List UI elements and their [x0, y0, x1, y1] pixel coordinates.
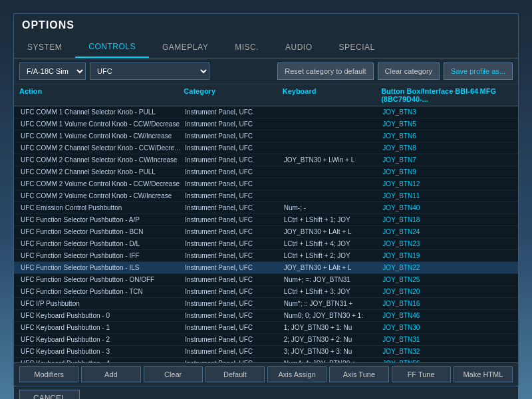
- table-cell: JOY_BTN30 + LWin + L: [283, 156, 381, 164]
- table-cell: JOY_BTN30: [381, 323, 479, 332]
- table-cell: Instrument Panel, UFC: [184, 192, 282, 200]
- table-row[interactable]: UFC Function Selector Pushbutton - ON/OF…: [14, 274, 518, 286]
- table-cell: LCtrl + LShift + 2; JOY: [283, 251, 381, 260]
- reset-category-button[interactable]: Reset category to default: [277, 63, 373, 80]
- table-cell: 1; JOY_BTN30 + 1: Nu: [283, 323, 381, 332]
- tab-system[interactable]: SYSTEM: [14, 37, 75, 58]
- table-cell: JOY_BTN56: [381, 359, 479, 362]
- table-cell: Num-; -: [283, 203, 381, 212]
- table-cell: [480, 144, 513, 152]
- table-row[interactable]: UFC Keyboard Pushbutton - 0Instrument Pa…: [14, 310, 518, 322]
- bottom-btn-clear[interactable]: Clear: [144, 366, 203, 382]
- table-cell: Instrument Panel, UFC: [184, 203, 282, 212]
- table-cell: JOY_BTN31: [381, 335, 479, 344]
- table-cell: JOY_BTN6: [381, 132, 479, 140]
- table-cell: UFC Keyboard Pushbutton - 2: [19, 335, 184, 344]
- table-cell: JOY_BTN20: [381, 287, 479, 296]
- table-cell: UFC Keyboard Pushbutton - 4: [19, 359, 184, 362]
- table-cell: UFC Function Selector Pushbutton - TCN: [19, 287, 184, 296]
- column-header: Action: [19, 87, 184, 103]
- table-cell: Num0; 0; JOY_BTN30 + 1:: [283, 311, 381, 320]
- category-select[interactable]: UFC: [90, 63, 209, 80]
- bottom-btn-ff-tune[interactable]: FF Tune: [392, 366, 451, 382]
- tab-audio[interactable]: AUDIO: [272, 37, 326, 58]
- table-cell: [283, 168, 381, 176]
- tab-controls[interactable]: CONTROLS: [75, 37, 149, 58]
- table-body[interactable]: UFC COMM 1 Channel Selector Knob - PULLI…: [14, 106, 518, 362]
- table-cell: JOY_BTN32: [381, 347, 479, 356]
- table-cell: Instrument Panel, UFC: [184, 299, 282, 308]
- table-cell: Instrument Panel, UFC: [184, 347, 282, 356]
- table-cell: [283, 144, 381, 152]
- table-row[interactable]: UFC Function Selector Pushbutton - D/LIn…: [14, 238, 518, 250]
- table-cell: Instrument Panel, UFC: [184, 120, 282, 128]
- table-cell: [283, 108, 381, 116]
- table-cell: Instrument Panel, UFC: [184, 251, 282, 260]
- tab-misc-[interactable]: MISC.: [221, 37, 272, 58]
- table-cell: [480, 311, 513, 320]
- table-cell: [480, 239, 513, 248]
- table-cell: UFC COMM 1 Channel Selector Knob - PULL: [19, 108, 184, 116]
- table-cell: JOY_BTN9: [381, 168, 479, 176]
- table-cell: [283, 192, 381, 200]
- table-cell: Instrument Panel, UFC: [184, 275, 282, 284]
- bottom-btn-make-html[interactable]: Make HTML: [454, 366, 513, 382]
- table-row[interactable]: UFC COMM 2 Channel Selector Knob - PULLI…: [14, 166, 518, 178]
- table-cell: JOY_BTN25: [381, 275, 479, 284]
- table-cell: [480, 132, 513, 140]
- table-cell: JOY_BTN12: [381, 180, 479, 188]
- table-row[interactable]: UFC Function Selector Pushbutton - ILSIn…: [14, 262, 518, 274]
- table-cell: [480, 192, 513, 200]
- bottom-btn-default[interactable]: Default: [205, 366, 265, 382]
- table-row[interactable]: UFC Keyboard Pushbutton - 2Instrument Pa…: [14, 334, 518, 346]
- table-row[interactable]: UFC COMM 2 Volume Control Knob - CW/Incr…: [14, 190, 518, 202]
- column-header: Keyboard: [283, 87, 381, 103]
- table-cell: UFC Function Selector Pushbutton - D/L: [19, 239, 184, 248]
- sim-select[interactable]: F/A-18C Sim: [19, 63, 86, 80]
- table-cell: UFC Function Selector Pushbutton - ILS: [19, 263, 184, 272]
- clear-category-button[interactable]: Clear category: [378, 63, 440, 80]
- table-cell: Num+; =: JOY_BTN31: [283, 275, 381, 284]
- bottom-btn-axis-tune[interactable]: Axis Tune: [329, 366, 388, 382]
- table-header: ActionCategoryKeyboardButton Box/Interfa…: [14, 84, 518, 106]
- table-cell: [283, 120, 381, 128]
- tab-special[interactable]: SPECIAL: [326, 37, 388, 58]
- table-row[interactable]: UFC COMM 2 Channel Selector Knob - CCW/D…: [14, 142, 518, 154]
- table-row[interactable]: UFC Function Selector Pushbutton - A/PIn…: [14, 214, 518, 226]
- table-cell: JOY_BTN40: [381, 203, 479, 212]
- table-row[interactable]: UFC COMM 2 Channel Selector Knob - CW/In…: [14, 154, 518, 166]
- table-cell: [480, 156, 513, 164]
- table-cell: [480, 347, 513, 356]
- table-cell: Num*; :: JOY_BTN31 +: [283, 299, 381, 308]
- table-row[interactable]: UFC Function Selector Pushbutton - IFFIn…: [14, 250, 518, 262]
- table-row[interactable]: UFC Keyboard Pushbutton - 3Instrument Pa…: [14, 346, 518, 358]
- table-row[interactable]: UFC Emission Control PushbuttonInstrumen…: [14, 202, 518, 214]
- toolbar: F/A-18C Sim UFC Reset category to defaul…: [14, 59, 518, 84]
- table-cell: [480, 108, 513, 116]
- tabs-bar: SYSTEMCONTROLSGAMEPLAYMISC.AUDIOSPECIAL: [14, 37, 518, 59]
- bottom-btn-modifiers[interactable]: Modifiers: [19, 366, 78, 382]
- tab-gameplay[interactable]: GAMEPLAY: [149, 37, 221, 58]
- save-profile-button[interactable]: Save profile as...: [444, 63, 513, 80]
- table-row[interactable]: UFC COMM 2 Volume Control Knob - CCW/Dec…: [14, 178, 518, 190]
- table-row[interactable]: UFC COMM 1 Volume Control Knob - CW/Incr…: [14, 130, 518, 142]
- table-cell: LCtrl + LShift + 3; JOY: [283, 287, 381, 296]
- bottom-btn-add[interactable]: Add: [81, 366, 140, 382]
- table-row[interactable]: UFC I/P PushbuttonInstrument Panel, UFCN…: [14, 298, 518, 310]
- bottom-btn-axis-assign[interactable]: Axis Assign: [267, 366, 327, 382]
- table-row[interactable]: UFC COMM 1 Channel Selector Knob - PULLI…: [14, 106, 518, 118]
- table-row[interactable]: UFC Function Selector Pushbutton - BCNIn…: [14, 226, 518, 238]
- table-row[interactable]: UFC Keyboard Pushbutton - 4Instrument Pa…: [14, 358, 518, 362]
- table-cell: UFC Keyboard Pushbutton - 3: [19, 347, 184, 356]
- table-cell: LCtrl + LShift + 4; JOY: [283, 239, 381, 248]
- bottom-toolbar: ModifiersAddClearDefaultAxis AssignAxis …: [14, 362, 518, 386]
- table-cell: Instrument Panel, UFC: [184, 359, 282, 362]
- table-cell: [283, 180, 381, 188]
- table-row[interactable]: UFC COMM 1 Volume Control Knob - CCW/Dec…: [14, 118, 518, 130]
- table-row[interactable]: UFC Keyboard Pushbutton - 1Instrument Pa…: [14, 322, 518, 334]
- cancel-button[interactable]: CANCEL: [19, 390, 80, 399]
- table-cell: [480, 323, 513, 332]
- table-row[interactable]: UFC Function Selector Pushbutton - TCNIn…: [14, 286, 518, 298]
- table-cell: UFC Keyboard Pushbutton - 1: [19, 323, 184, 332]
- table-cell: [480, 203, 513, 212]
